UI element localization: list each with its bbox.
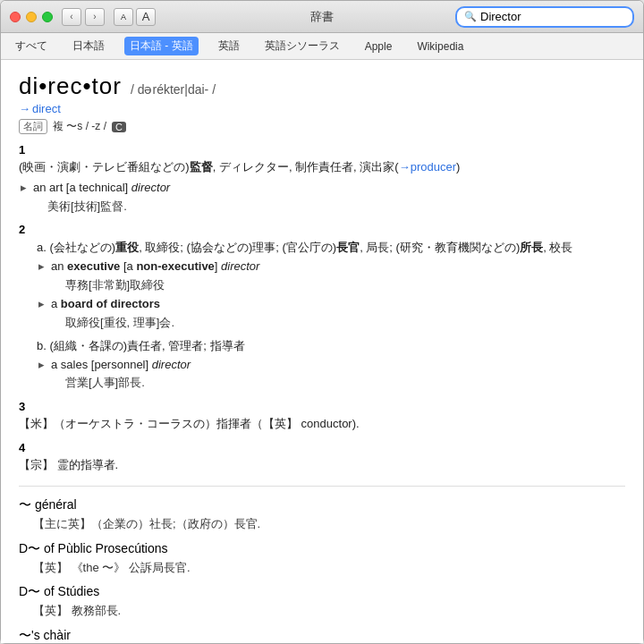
def-2a: a. (会社などの)重役, 取締役; (協会などの)理事; (官公庁の)長官, … <box>37 240 625 332</box>
compound-general-title: 〜 général <box>19 497 625 513</box>
def-2a-example-2-en: a board of directors <box>51 295 625 314</box>
def-2b-example-1-en: a sales [personnel] director <box>51 356 625 375</box>
def-4-text: 【宗】 霊的指導者. <box>19 456 625 475</box>
def-1-text: (映画・演劇・テレビ番組などの)監督, ディレクター, 制作責任者, 演出家(→… <box>19 158 625 177</box>
def-num-2: 2 <box>19 223 625 236</box>
compound-pp-def: 【英】 《the 〜》 公訴局長官. <box>33 559 625 578</box>
def-num-1: 1 <box>19 143 625 157</box>
tab-wikipedia[interactable]: Wikipedia <box>411 38 469 55</box>
close-button[interactable] <box>10 12 21 22</box>
minimize-button[interactable] <box>26 12 37 22</box>
compound-public-prosecutions: D〜 of Pùblic Prosecútions 【英】 《the 〜》 公訴… <box>19 541 625 578</box>
compound-pp-title: D〜 of Pùblic Prosecútions <box>19 541 625 557</box>
maximize-button[interactable] <box>42 12 53 22</box>
window-title: 辞書 <box>310 9 334 25</box>
tabs-bar: すべて 日本語 日本語 - 英語 英語 英語シソーラス Apple Wikipe… <box>1 33 643 60</box>
tab-english[interactable]: 英語 <box>213 37 245 55</box>
word-pronunciation: / dərékter|dai- / <box>131 82 216 97</box>
font-buttons: A A <box>114 8 156 26</box>
compound-studies: D〜 of Stúdies 【英】 教務部長. <box>19 584 625 621</box>
definition-4: 4 【宗】 霊的指導者. <box>19 441 625 475</box>
def-2a-example-2-ja: 取締役[重役, 理事]会. <box>65 314 625 333</box>
tab-all[interactable]: すべて <box>10 37 53 55</box>
search-input[interactable] <box>480 10 623 23</box>
forward-button[interactable]: › <box>85 8 105 26</box>
def-2a-label: a. (会社などの)重役, 取締役; (協会などの)理事; (官公庁の)長官, … <box>37 240 625 256</box>
compound-chair: 〜's chàir ディレクターズチェア【キャンパス地の軽量折りたたみいす】. <box>19 628 625 643</box>
countable-badge: C <box>112 122 126 132</box>
tab-apple[interactable]: Apple <box>360 38 398 55</box>
compound-general: 〜 général 【主に英】（企業の）社長;（政府の）長官. <box>19 497 625 534</box>
def-num-3: 3 <box>19 400 625 413</box>
compound-general-def: 【主に英】（企業の）社長;（政府の）長官. <box>33 515 625 534</box>
app-window: ‹ › A A 辞書 🔍 すべて 日本語 日本語 - 英語 英語 英語シソーラス… <box>0 0 644 644</box>
def-1-example-1-en: an art [a technical] director <box>33 179 625 198</box>
def-2b-label: b. (組織・各課の)責任者, 管理者; 指導者 <box>37 338 625 354</box>
def-2b: b. (組織・各課の)責任者, 管理者; 指導者 a sales [person… <box>37 338 625 394</box>
grammar-row: 名詞 複 〜s / -z / C <box>19 119 625 134</box>
compound-studies-def: 【英】 教務部長. <box>33 602 625 621</box>
definition-1: 1 (映画・演劇・テレビ番組などの)監督, ディレクター, 制作責任者, 演出家… <box>19 143 625 216</box>
def-2a-example-1-ja: 専務[非常勤]取締役 <box>65 276 625 295</box>
traffic-lights <box>10 12 53 22</box>
compound-chair-title: 〜's chàir <box>19 628 625 643</box>
inflection-text: 複 〜s / -z / <box>53 119 106 134</box>
tab-thesaurus[interactable]: 英語シソーラス <box>259 37 345 55</box>
content-area: di•rec•tor / dərékter|dai- / direct 名詞 複… <box>1 60 643 643</box>
def-1-example-1-ja: 美術[技術]監督. <box>47 198 625 216</box>
def-3-text: 【米】（オーケストラ・コーラスの）指揮者（【英】 conductor). <box>19 415 625 434</box>
tab-japanese-english[interactable]: 日本語 - 英語 <box>124 37 199 55</box>
compound-studies-title: D〜 of Stúdies <box>19 584 625 600</box>
word-link[interactable]: direct <box>19 102 625 115</box>
search-icon: 🔍 <box>464 11 477 22</box>
section-divider <box>19 486 625 487</box>
font-small-button[interactable]: A <box>114 8 133 26</box>
definition-3: 3 【米】（オーケストラ・コーラスの）指揮者（【英】 conductor). <box>19 400 625 434</box>
definition-2: 2 a. (会社などの)重役, 取締役; (協会などの)理事; (官公庁の)長官… <box>19 223 625 393</box>
titlebar: ‹ › A A 辞書 🔍 <box>1 1 643 33</box>
def-num-4: 4 <box>19 441 625 454</box>
def-2b-example-1-ja: 営業[人事]部長. <box>65 374 625 393</box>
search-box[interactable]: 🔍 <box>455 6 634 28</box>
font-large-button[interactable]: A <box>136 8 156 26</box>
word-title: di•rec•tor <box>19 72 122 100</box>
def-2a-example-1-en: an executive [a non-executive] director <box>51 258 625 276</box>
nav-buttons: ‹ › <box>62 8 105 26</box>
grammar-badge: 名詞 <box>19 119 47 134</box>
tab-japanese[interactable]: 日本語 <box>67 37 110 55</box>
word-header: di•rec•tor / dərékter|dai- / <box>19 72 625 100</box>
back-button[interactable]: ‹ <box>62 8 81 26</box>
